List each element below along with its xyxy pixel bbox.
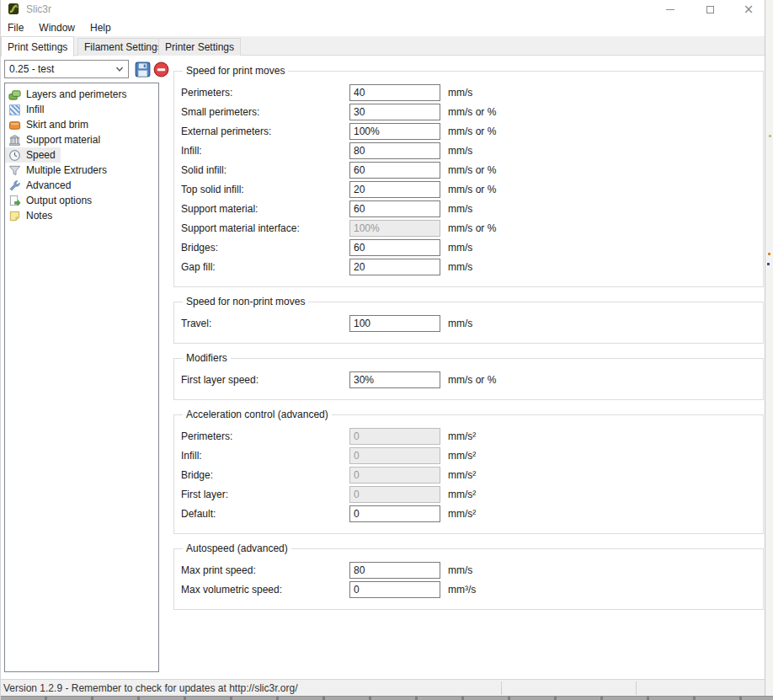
group-speed-non-print-moves: Speed for non-print moves Travel: mm/s: [173, 296, 764, 344]
close-button[interactable]: ×: [734, 0, 763, 19]
field-unit: mm/s²: [448, 450, 476, 462]
field-label: Solid infill:: [181, 164, 349, 176]
sidebar-item-layers-and-perimeters[interactable]: Layers and perimeters: [5, 87, 126, 102]
sidebar-item-label: Support material: [26, 134, 100, 146]
field-row-first-layer-speed: First layer speed: mm/s or %: [181, 370, 756, 389]
menu-help[interactable]: Help: [83, 20, 119, 35]
field-row-accel-first-layer: First layer: mm/s²: [181, 484, 756, 504]
group-title: Modifiers: [183, 352, 231, 364]
sidebar-item-advanced[interactable]: Advanced: [5, 178, 71, 193]
tab-print-settings[interactable]: Print Settings: [1, 36, 74, 56]
menu-window[interactable]: Window: [31, 20, 83, 35]
sidebar-item-label: Advanced: [26, 179, 71, 191]
sidebar-item-skirt-and-brim[interactable]: Skirt and brim: [5, 117, 88, 132]
group-speed-print-moves: Speed for print moves Perimeters: mm/s S…: [173, 65, 764, 287]
group-title: Speed for print moves: [183, 65, 288, 77]
field-unit: mm/s or %: [448, 126, 496, 137]
small-perimeters-speed-input[interactable]: [349, 104, 440, 120]
output-icon: [8, 195, 21, 207]
sidebar-item-support-material[interactable]: Support material: [5, 132, 100, 147]
sidebar-item-multiple-extruders[interactable]: Multiple Extruders: [5, 163, 107, 178]
bridges-speed-input[interactable]: [349, 239, 440, 256]
travel-speed-input[interactable]: [349, 315, 440, 332]
first-layer-speed-input[interactable]: [349, 371, 440, 388]
sidebar-item-output-options[interactable]: Output options: [5, 193, 92, 208]
preset-value: 0.25 - test: [9, 63, 54, 75]
sidebar-item-speed[interactable]: Speed: [5, 147, 61, 163]
group-autospeed: Autospeed (advanced) Max print speed: mm…: [173, 542, 764, 610]
notes-icon: [8, 210, 21, 222]
field-row-accel-bridge: Bridge: mm/s²: [181, 465, 756, 484]
default-acceleration-input[interactable]: [349, 505, 440, 522]
field-label: Max print speed:: [181, 564, 349, 576]
sidebar-item-label: Notes: [26, 210, 52, 222]
advanced-icon: [8, 179, 21, 192]
infill-speed-input[interactable]: [349, 142, 440, 159]
field-label: Small perimeters:: [181, 106, 349, 118]
speed-icon: [8, 149, 21, 162]
preset-row: 0.25 - test: [4, 60, 170, 78]
field-label: Max volumetric speed:: [181, 584, 349, 596]
field-unit: mm/s²: [448, 508, 476, 520]
menu-file[interactable]: File: [1, 20, 31, 35]
field-row-max-print-speed: Max print speed: mm/s: [181, 560, 756, 580]
perimeters-speed-input[interactable]: [349, 84, 440, 101]
maximize-icon: [706, 6, 714, 13]
group-title: Speed for non-print moves: [183, 296, 308, 307]
field-row-small-perimeters: Small perimeters: mm/s or %: [181, 102, 756, 121]
minimize-button[interactable]: [656, 0, 685, 19]
field-row-accel-infill: Infill: mm/s²: [181, 446, 756, 465]
title-bar[interactable]: Slic3r ×: [1, 0, 765, 19]
field-row-accel-default: Default: mm/s²: [181, 504, 756, 523]
sidebar-item-infill[interactable]: Infill: [5, 102, 44, 117]
maximize-button[interactable]: [696, 0, 724, 19]
field-row-perimeters: Perimeters: mm/s: [181, 83, 756, 102]
sidebar-item-label: Speed: [26, 149, 56, 161]
top-solid-infill-speed-input[interactable]: [349, 181, 440, 198]
field-unit: mm/s²: [448, 469, 476, 481]
slic3r-app-icon: [8, 3, 20, 15]
preset-dropdown[interactable]: 0.25 - test: [4, 60, 129, 78]
taskbar-edge: [1, 696, 773, 700]
field-row-accel-perimeters: Perimeters: mm/s²: [181, 426, 756, 446]
sidebar-item-label: Multiple Extruders: [26, 164, 107, 176]
group-title: Autospeed (advanced): [183, 542, 291, 554]
support-material-speed-input[interactable]: [349, 200, 440, 217]
field-label: Top solid infill:: [181, 184, 349, 195]
max-volumetric-speed-input[interactable]: [349, 581, 440, 598]
support-material-interface-speed-input: [349, 220, 440, 237]
background-speck: [768, 253, 770, 255]
field-row-external-perimeters: External perimeters: mm/s or %: [181, 121, 756, 141]
field-label: External perimeters:: [181, 126, 349, 137]
field-unit: mm/s: [448, 564, 472, 576]
status-bar: Version 1.2.9 - Remember to check for up…: [1, 679, 773, 696]
field-label: Travel:: [181, 318, 349, 329]
tab-filament-settings[interactable]: Filament Settings: [77, 38, 169, 56]
gap-fill-speed-input[interactable]: [349, 259, 440, 275]
field-label: Bridges:: [181, 242, 349, 254]
field-unit: mm/s²: [448, 489, 476, 500]
solid-infill-speed-input[interactable]: [349, 162, 440, 179]
tab-printer-settings[interactable]: Printer Settings: [158, 38, 241, 56]
max-print-speed-input[interactable]: [349, 562, 440, 579]
sidebar-item-label: Infill: [26, 104, 44, 115]
statusbar-divider: [501, 681, 502, 695]
save-preset-button[interactable]: [134, 61, 152, 78]
field-label: First layer:: [181, 489, 349, 500]
infill-icon: [8, 104, 21, 116]
field-unit: mm/s or %: [448, 222, 496, 234]
support-icon: [8, 134, 21, 147]
minimize-icon: [666, 9, 674, 10]
external-perimeters-speed-input[interactable]: [349, 123, 440, 140]
delete-preset-button[interactable]: [152, 61, 170, 78]
statusbar-divider: [636, 681, 637, 695]
sidebar-item-notes[interactable]: Notes: [5, 208, 52, 223]
field-label: Perimeters:: [181, 430, 349, 442]
group-title: Acceleration control (advanced): [183, 409, 332, 420]
field-row-support-material: Support material: mm/s: [181, 199, 756, 218]
settings-tab-strip: Print Settings Filament Settings Printer…: [1, 36, 773, 56]
field-row-top-solid-infill: Top solid infill: mm/s or %: [181, 179, 756, 199]
window-title: Slic3r: [26, 3, 51, 15]
field-unit: mm/s²: [448, 430, 476, 442]
speed-settings-panel: Speed for print moves Perimeters: mm/s S…: [173, 56, 764, 617]
